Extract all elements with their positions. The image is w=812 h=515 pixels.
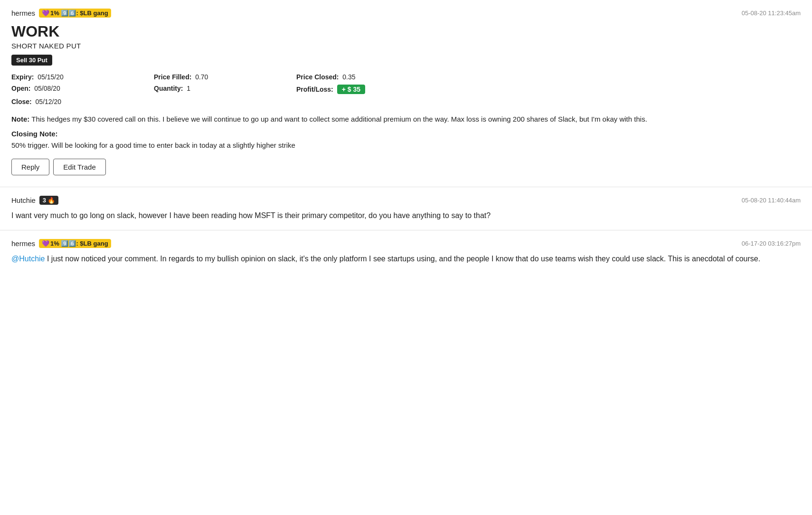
- trade-details-grid: Expiry: 05/15/20 Price Filled: 0.70 Pric…: [11, 72, 439, 106]
- action-buttons: Reply Edit Trade: [11, 159, 801, 175]
- reply-badge-text: 1% 9️⃣6️⃣: $LB gang: [50, 240, 108, 247]
- reply-body-text: I just now noticed your comment. In rega…: [45, 255, 761, 263]
- note-text: This hedges my $30 covered call on this.…: [31, 115, 647, 123]
- main-post: hermes 💜 1% 9️⃣6️⃣: $LB gang 05-08-20 11…: [0, 0, 812, 187]
- detail-quantity: Quantity: 1: [154, 84, 296, 95]
- detail-empty-1: [154, 97, 296, 106]
- profit-loss-label: Profit/Loss:: [296, 86, 333, 93]
- reply-username: hermes: [11, 239, 35, 248]
- reply-body: @Hutchie I just now noticed your comment…: [11, 253, 801, 265]
- post-badge: 💜 1% 9️⃣6️⃣: $LB gang: [39, 9, 111, 18]
- reply-button[interactable]: Reply: [11, 159, 49, 175]
- comment-header: Hutchie 3 🔥 05-08-20 11:40:44am: [11, 196, 801, 205]
- detail-price-closed: Price Closed: 0.35: [296, 72, 439, 82]
- comment-body: I want very much to go long on slack, ho…: [11, 210, 801, 222]
- detail-open: Open: 05/08/20: [11, 84, 154, 95]
- open-label: Open:: [11, 85, 30, 92]
- price-filled-label: Price Filled:: [154, 73, 191, 81]
- reply-header-left: hermes 💜 1% 9️⃣6️⃣: $LB gang: [11, 239, 111, 248]
- price-closed-value: 0.35: [342, 73, 355, 81]
- comment-header-left: Hutchie 3 🔥: [11, 196, 58, 205]
- post-timestamp: 05-08-20 11:23:45am: [742, 10, 801, 17]
- detail-price-filled: Price Filled: 0.70: [154, 72, 296, 82]
- closing-note-label: Closing Note:: [11, 129, 801, 140]
- post-title: WORK: [11, 23, 801, 40]
- close-value: 05/12/20: [36, 98, 62, 105]
- reply-badge: 💜 1% 9️⃣6️⃣: $LB gang: [39, 239, 111, 248]
- note-label: Note:: [11, 115, 29, 123]
- reply-mention: @Hutchie: [11, 255, 45, 263]
- edit-trade-button[interactable]: Edit Trade: [53, 159, 105, 175]
- comment-section: Hutchie 3 🔥 05-08-20 11:40:44am I want v…: [0, 187, 812, 231]
- quantity-label: Quantity:: [154, 85, 183, 92]
- post-header-left: hermes 💜 1% 9️⃣6️⃣: $LB gang: [11, 9, 111, 18]
- expiry-value: 05/15/20: [38, 73, 64, 81]
- streak-number: 3: [43, 197, 46, 204]
- comment-username: Hutchie: [11, 196, 36, 204]
- reply-header: hermes 💜 1% 9️⃣6️⃣: $LB gang 06-17-20 03…: [11, 239, 801, 248]
- note-section: Note: This hedges my $30 covered call on…: [11, 114, 801, 125]
- quantity-value: 1: [187, 85, 190, 92]
- post-subtitle: SHORT NAKED PUT: [11, 42, 801, 50]
- streak-emoji: 🔥: [47, 197, 55, 204]
- detail-profit-loss: Profit/Loss: + $ 35: [296, 84, 439, 95]
- streak-badge: 3 🔥: [39, 196, 58, 205]
- closing-note-text: 50% trigger. Will be looking for a good …: [11, 141, 295, 149]
- expiry-label: Expiry:: [11, 73, 34, 81]
- price-closed-label: Price Closed:: [296, 73, 339, 81]
- badge-text: 1% 9️⃣6️⃣: $LB gang: [50, 10, 108, 17]
- reply-section: hermes 💜 1% 9️⃣6️⃣: $LB gang 06-17-20 03…: [0, 230, 812, 274]
- comment-timestamp: 05-08-20 11:40:44am: [742, 197, 801, 204]
- open-value: 05/08/20: [34, 85, 60, 92]
- closing-note-section: Closing Note: 50% trigger. Will be looki…: [11, 129, 801, 151]
- profit-loss-value: + $ 35: [337, 85, 365, 94]
- close-label: Close:: [11, 98, 32, 105]
- badge-emoji: 💜: [42, 10, 49, 17]
- detail-expiry: Expiry: 05/15/20: [11, 72, 154, 82]
- price-filled-value: 0.70: [195, 73, 208, 81]
- post-username: hermes: [11, 9, 35, 17]
- trade-badge: Sell 30 Put: [11, 55, 52, 66]
- post-header: hermes 💜 1% 9️⃣6️⃣: $LB gang 05-08-20 11…: [11, 9, 801, 18]
- reply-timestamp: 06-17-20 03:16:27pm: [742, 240, 801, 247]
- detail-close: Close: 05/12/20: [11, 97, 154, 106]
- detail-empty-2: [296, 97, 439, 106]
- reply-badge-emoji: 💜: [42, 240, 49, 247]
